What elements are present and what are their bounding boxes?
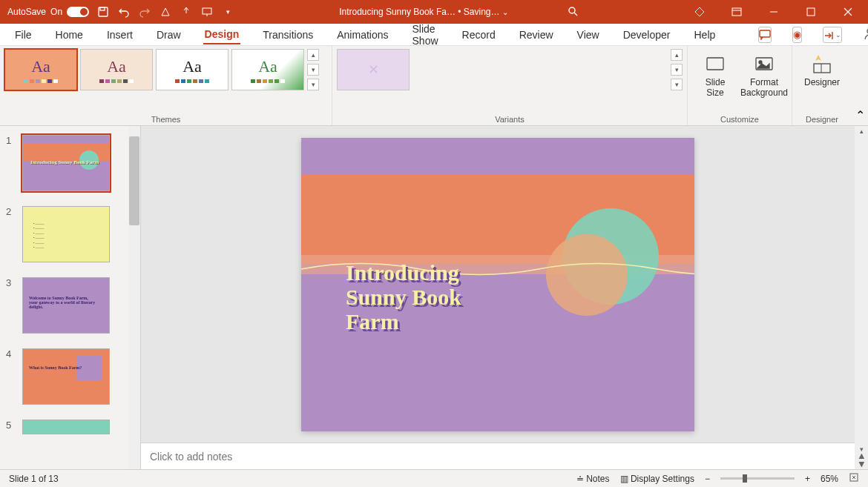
group-label-customize: Customize <box>692 113 787 125</box>
theme-thumbnail[interactable]: Aa <box>231 49 304 90</box>
chevron-down-icon[interactable]: ▾ <box>860 445 864 453</box>
tab-design[interactable]: Design <box>203 25 241 44</box>
tab-animations[interactable]: Animations <box>335 26 389 44</box>
next-slide-icon[interactable]: ⯆ <box>858 460 865 468</box>
slide-title[interactable]: Introducing Sunny Book Farm <box>346 260 461 334</box>
thumb-number: 3 <box>6 277 16 334</box>
expand-gallery-icon[interactable]: ▾ <box>671 79 683 90</box>
tab-file[interactable]: File <box>13 26 33 44</box>
tab-developer[interactable]: Developer <box>622 26 672 44</box>
tab-home[interactable]: Home <box>54 26 85 44</box>
chevron-up-icon[interactable]: ▴ <box>860 127 864 135</box>
svg-point-14 <box>759 61 762 64</box>
share-button[interactable]: ⌄ <box>823 27 842 43</box>
account-icon[interactable] <box>863 27 868 42</box>
slide-size-icon <box>704 53 726 74</box>
slide-canvas[interactable]: Introducing Sunny Book Farm <box>141 126 855 443</box>
touch-mode-icon[interactable] <box>180 5 193 19</box>
slide-size-label: Slide Size <box>706 77 726 98</box>
format-background-button[interactable]: Format Background <box>741 49 787 98</box>
slide-size-button[interactable]: Slide Size <box>692 49 738 98</box>
slide-thumbnail[interactable]: • ———• ———• ———• ———• ———• ——— <box>22 206 110 262</box>
thumb-number: 2 <box>6 206 16 262</box>
themes-gallery-scroll[interactable]: ▴▾▾ <box>307 49 319 90</box>
svg-point-3 <box>569 7 575 13</box>
slide-thumbnail-panel[interactable]: 1 Introducing Sunny Book Farm 2 • ———• —… <box>0 126 141 469</box>
slide-thumbnail[interactable]: Welcome to Sunny Book Farm, your gateway… <box>22 277 110 334</box>
expand-gallery-icon[interactable]: ▾ <box>307 79 319 90</box>
qat-dropdown-icon[interactable]: ▾ <box>221 5 234 19</box>
zoom-out-button[interactable]: − <box>705 474 710 484</box>
theme-thumbnail[interactable]: Aa <box>4 49 77 90</box>
tab-transitions[interactable]: Transitions <box>261 26 315 44</box>
ribbon-design: Aa Aa Aa Aa ▴▾▾ Themes <box>0 46 868 126</box>
theme-thumbnail[interactable]: Aa <box>80 49 153 90</box>
status-bar: Slide 1 of 13 ≐ Notes ▥ Display Settings… <box>0 469 868 487</box>
slide-counter[interactable]: Slide 1 of 13 <box>9 474 59 484</box>
designer-button[interactable]: Designer <box>797 49 847 87</box>
slide-thumbnail[interactable]: What is Sunny Book Farm? <box>22 348 110 405</box>
notes-toggle[interactable]: ≐ Notes <box>576 474 610 484</box>
ribbon-tabs: File Home Insert Draw Design Transitions… <box>0 24 868 46</box>
collapse-ribbon-icon[interactable]: ⌃ <box>852 46 868 125</box>
quick-access-icon[interactable] <box>159 5 172 19</box>
diamond-icon[interactable] <box>683 0 717 24</box>
designer-label: Designer <box>804 77 840 87</box>
save-icon[interactable] <box>96 5 110 19</box>
svg-rect-12 <box>707 58 723 70</box>
designer-icon <box>811 53 833 74</box>
tab-draw[interactable]: Draw <box>155 26 183 44</box>
vertical-scrollbar[interactable]: ▴ ▾ ⯅ ⯆ <box>855 126 868 469</box>
chevron-down-icon[interactable]: ▾ <box>671 64 683 76</box>
zoom-in-button[interactable]: + <box>805 474 810 484</box>
minimize-button[interactable] <box>757 0 791 24</box>
svg-rect-1 <box>100 7 105 10</box>
zoom-slider[interactable] <box>720 477 795 480</box>
record-button[interactable]: ◉ <box>792 27 802 43</box>
tab-insert[interactable]: Insert <box>105 26 134 44</box>
group-label-themes: Themes <box>4 113 327 125</box>
tab-help[interactable]: Help <box>693 26 717 44</box>
slide-thumbnail[interactable]: Introducing Sunny Book Farm <box>22 135 110 191</box>
prev-slide-icon[interactable]: ⯅ <box>858 453 865 460</box>
title-dropdown-icon[interactable]: ⌄ <box>502 8 508 16</box>
slide-thumbnail[interactable] <box>22 420 110 434</box>
theme-thumbnail[interactable]: Aa <box>156 49 228 90</box>
svg-rect-15 <box>814 64 830 73</box>
variant-thumbnail[interactable] <box>337 49 410 90</box>
present-icon[interactable] <box>200 5 214 19</box>
svg-rect-7 <box>807 8 815 16</box>
maximize-button[interactable] <box>794 0 828 24</box>
chevron-up-icon[interactable]: ▴ <box>671 49 683 61</box>
ribbon-display-icon[interactable] <box>720 0 754 24</box>
variants-gallery-scroll[interactable]: ▴▾▾ <box>671 49 683 90</box>
slide[interactable]: Introducing Sunny Book Farm <box>301 138 694 431</box>
svg-rect-10 <box>760 30 770 37</box>
group-label-designer: Designer <box>797 113 847 125</box>
zoom-level[interactable]: 65% <box>821 474 838 484</box>
autosave-toggle[interactable]: AutoSave On <box>7 7 89 17</box>
tab-review[interactable]: Review <box>518 26 555 44</box>
document-title: Introducing Sunny Book Fa… <box>339 7 456 17</box>
undo-icon[interactable] <box>117 5 131 19</box>
thumbnail-scrollbar[interactable] <box>128 126 140 469</box>
display-settings-button[interactable]: ▥ Display Settings <box>620 474 694 484</box>
close-button[interactable] <box>831 0 865 24</box>
tab-view[interactable]: View <box>576 26 601 44</box>
thumb-title: Welcome to Sunny Book Farm, your gateway… <box>29 296 96 309</box>
comments-button[interactable] <box>758 27 772 43</box>
redo-icon[interactable] <box>138 5 151 19</box>
fit-to-window-icon[interactable] <box>849 472 859 485</box>
notes-pane[interactable]: Click to add notes <box>141 443 855 469</box>
chevron-down-icon[interactable]: ▾ <box>307 64 319 76</box>
search-icon[interactable] <box>568 6 578 19</box>
chevron-up-icon[interactable]: ▴ <box>307 49 319 61</box>
thumb-title: Introducing Sunny Book Farm <box>30 159 99 165</box>
tab-slideshow[interactable]: Slide Show <box>411 20 440 50</box>
toggle-switch-icon <box>67 7 89 17</box>
svg-rect-2 <box>203 8 211 14</box>
tab-record[interactable]: Record <box>461 26 497 44</box>
thumb-number: 5 <box>6 420 16 434</box>
notes-placeholder: Click to add notes <box>150 451 232 463</box>
autosave-label: AutoSave <box>7 7 46 17</box>
